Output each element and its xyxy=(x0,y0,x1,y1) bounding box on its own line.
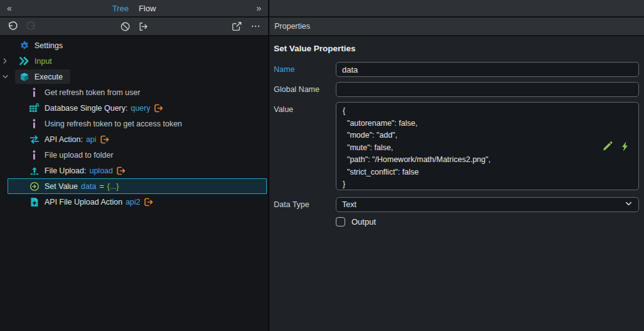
chevron-down-icon[interactable] xyxy=(2,73,9,80)
properties-tab-label: Properties xyxy=(274,22,310,31)
share-icon[interactable] xyxy=(231,21,242,32)
edit-pencil-icon[interactable] xyxy=(602,141,613,151)
tree-item-note-refresh-token[interactable]: Get refresh token from user xyxy=(0,84,268,100)
tree-item-note-file-upload[interactable]: File upload to folder xyxy=(0,147,268,163)
tree-item-file-upload[interactable]: File Upload: upload xyxy=(0,163,268,178)
tree-item-settings[interactable]: Settings xyxy=(0,38,268,53)
cube-icon xyxy=(19,71,29,82)
properties-panel: Properties Set Value Properties Name Glo… xyxy=(269,0,644,331)
tree-item-input[interactable]: Input xyxy=(0,53,268,69)
run-control-buttons xyxy=(120,21,149,32)
tab-tree[interactable]: Tree xyxy=(112,4,128,13)
tree-item-node-name: data xyxy=(81,182,96,191)
tree-item-execute[interactable]: Execute xyxy=(0,69,268,84)
lightning-bolt-icon[interactable] xyxy=(620,141,630,151)
tree-item-highlight: Execute xyxy=(15,69,70,84)
tree-item-node-name: upload xyxy=(90,166,113,175)
output-row: Output xyxy=(274,217,639,227)
tree-item-node-name: api2 xyxy=(125,198,140,206)
tree-item-note-access-token[interactable]: Using refresh token to get access token xyxy=(0,116,268,131)
swap-arrows-icon xyxy=(29,134,39,145)
exit-run-icon[interactable] xyxy=(138,21,149,32)
info-icon xyxy=(29,150,39,160)
chevron-right-icon[interactable] xyxy=(2,58,9,64)
tree-item-label: File Upload: xyxy=(44,166,86,175)
tree-item-label: API Action: xyxy=(44,135,83,144)
export-link-icon[interactable] xyxy=(143,197,153,207)
tree-item-label: Execute xyxy=(34,73,63,81)
tree-item-label: Input xyxy=(34,57,52,66)
data-type-label: Data Type xyxy=(274,197,336,212)
value-action-buttons xyxy=(602,141,630,151)
collapse-left-icon[interactable]: « xyxy=(7,4,12,13)
disable-icon[interactable] xyxy=(120,21,131,32)
flow-tree-panel: « Tree Flow » xyxy=(0,0,269,331)
more-options-icon[interactable] xyxy=(250,21,261,32)
tree-item-label: Database Single Query: xyxy=(44,104,128,113)
global-name-label: Global Name xyxy=(274,82,336,97)
expand-right-icon[interactable]: » xyxy=(256,4,261,13)
value-label: Value xyxy=(274,102,336,190)
undo-icon[interactable] xyxy=(7,21,18,32)
export-link-icon[interactable] xyxy=(116,166,126,176)
arrow-right-circle-icon xyxy=(29,181,39,191)
tree-item-set-value[interactable]: Set Value data = {...} xyxy=(8,178,267,194)
view-tabs: Tree Flow xyxy=(12,4,256,13)
tree-panel-header: « Tree Flow » xyxy=(0,0,268,18)
right-header-strip xyxy=(269,0,644,18)
app-window: « Tree Flow » xyxy=(0,0,644,331)
chevron-down-icon xyxy=(625,200,633,210)
redo-icon[interactable] xyxy=(25,21,36,32)
tab-flow[interactable]: Flow xyxy=(138,4,155,13)
workflow-tree: Settings Input xyxy=(0,36,268,210)
value-row: Value { "autorename": false, "mode": "ad… xyxy=(274,102,639,190)
value-editor[interactable]: { "autorename": false, "mode": "add", "m… xyxy=(336,102,639,190)
tree-item-node-name: query xyxy=(131,104,150,113)
tree-item-label: Set Value xyxy=(44,182,78,191)
data-type-selected-value: Text xyxy=(342,200,356,209)
data-type-row: Data Type Text xyxy=(274,197,639,212)
history-buttons xyxy=(7,21,36,32)
global-name-input[interactable] xyxy=(336,82,639,97)
tree-toolbar xyxy=(0,18,268,36)
info-icon xyxy=(29,118,39,129)
panel-action-buttons xyxy=(231,21,261,32)
tree-item-label: API File Upload Action xyxy=(44,198,122,206)
upload-icon xyxy=(29,165,39,176)
output-checkbox-label: Output xyxy=(351,217,376,227)
database-query-icon xyxy=(29,103,39,113)
tree-item-label: Settings xyxy=(34,41,63,50)
export-link-icon[interactable] xyxy=(100,135,110,145)
info-icon xyxy=(29,87,39,98)
equals-sign: = xyxy=(100,182,104,191)
name-label: Name xyxy=(274,62,336,77)
global-name-row: Global Name xyxy=(274,82,639,97)
value-text: { "autorename": false, "mode": "add", "m… xyxy=(343,105,632,190)
file-upload-action-icon xyxy=(29,196,39,207)
output-checkbox[interactable] xyxy=(336,217,345,227)
value-preview: {...} xyxy=(107,182,119,191)
tree-item-api-file-upload-action[interactable]: API File Upload Action api2 xyxy=(0,194,268,210)
export-link-icon[interactable] xyxy=(153,103,164,113)
tree-item-node-name: api xyxy=(86,135,96,144)
name-input[interactable] xyxy=(336,62,639,77)
tree-item-label: File upload to folder xyxy=(44,151,113,160)
tree-item-label: Get refresh token from user xyxy=(44,88,140,97)
gear-icon xyxy=(19,40,29,51)
properties-tab[interactable]: Properties xyxy=(269,18,644,36)
data-type-select[interactable]: Text xyxy=(336,197,639,212)
properties-form: Set Value Properties Name Global Name Va… xyxy=(269,36,644,227)
name-row: Name xyxy=(274,62,639,77)
tree-item-api-action[interactable]: API Action: api xyxy=(0,131,268,147)
tree-item-database-single-query[interactable]: Database Single Query: query xyxy=(0,100,268,116)
tree-item-label: Using refresh token to get access token xyxy=(44,120,182,128)
double-chevron-right-icon xyxy=(19,56,29,66)
section-title: Set Value Properties xyxy=(274,44,639,53)
